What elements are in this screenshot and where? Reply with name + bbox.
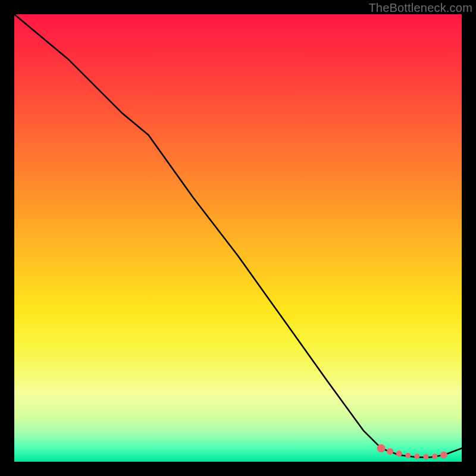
- chart-frame: TheBottleneck.com: [0, 0, 476, 476]
- chart-line: [14, 14, 462, 457]
- watermark-text: TheBottleneck.com: [368, 1, 472, 15]
- trough-marker-1: [377, 444, 386, 452]
- chart-svg: [14, 14, 462, 462]
- trough-marker-4: [405, 453, 411, 458]
- trough-marker-8: [440, 452, 447, 459]
- trough-marker-5: [414, 453, 419, 459]
- plot-area: [14, 14, 462, 462]
- trough-marker-3: [396, 450, 402, 456]
- trough-marker-6: [423, 454, 428, 459]
- trough-marker-2: [387, 448, 393, 455]
- trough-marker-7: [432, 453, 437, 459]
